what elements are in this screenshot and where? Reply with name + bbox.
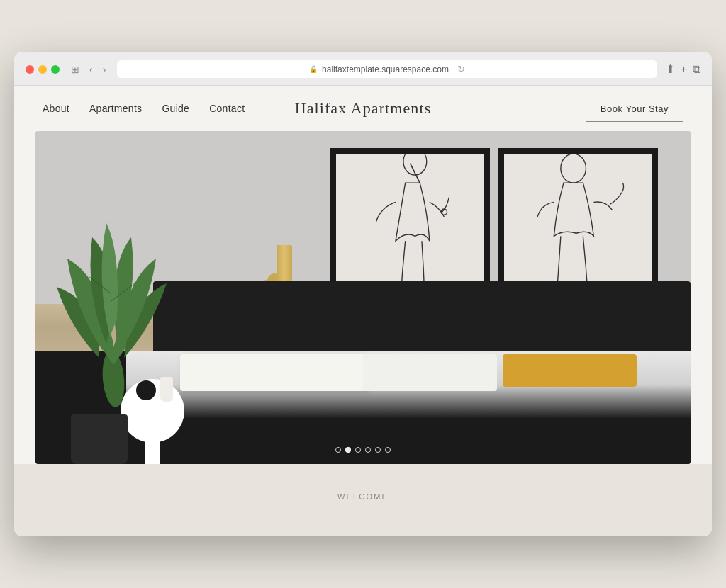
bed-headboard <box>153 281 691 354</box>
nav-about[interactable]: About <box>43 103 69 114</box>
close-button[interactable] <box>26 65 34 74</box>
browser-actions: ⬆ + ⧉ <box>666 62 700 76</box>
reload-icon[interactable]: ↻ <box>457 64 465 74</box>
welcome-label: WELCOME <box>14 492 712 501</box>
plant <box>35 166 191 464</box>
lamp-shade <box>277 245 292 281</box>
carousel-dot-3[interactable] <box>355 447 361 453</box>
new-tab-button[interactable]: + <box>681 63 687 76</box>
plant-svg <box>35 166 191 422</box>
carousel-dot-5[interactable] <box>375 447 381 453</box>
pillow-yellow <box>503 354 637 388</box>
book-your-stay-button[interactable]: Book Your Stay <box>586 96 683 122</box>
pillow-left <box>180 354 368 391</box>
pillow-center <box>363 354 497 391</box>
navigation: About Apartments Guide Contact Halifax A… <box>14 86 712 131</box>
hero-section <box>35 131 691 464</box>
nav-links-left: About Apartments Guide Contact <box>43 103 245 114</box>
tab-overview-button[interactable]: ⧉ <box>693 63 700 76</box>
bed <box>153 281 691 465</box>
share-button[interactable]: ⬆ <box>666 62 675 76</box>
svg-point-3 <box>561 154 586 183</box>
browser-window: ⊞ ‹ › 🔒 halifaxtemplate.squarespace.com … <box>14 52 712 536</box>
nav-apartments[interactable]: Apartments <box>89 103 142 114</box>
traffic-lights <box>26 65 60 74</box>
back-button[interactable]: ‹ <box>86 62 96 77</box>
plant-leaves <box>35 166 191 422</box>
welcome-section: WELCOME <box>14 464 712 536</box>
browser-controls: ⊞ ‹ › <box>68 62 108 77</box>
lock-icon: 🔒 <box>309 65 318 73</box>
hero-image <box>35 131 691 464</box>
carousel-dot-6[interactable] <box>385 447 391 453</box>
plant-pot <box>71 414 128 464</box>
maximize-button[interactable] <box>51 65 60 74</box>
website: About Apartments Guide Contact Halifax A… <box>14 86 712 536</box>
svg-line-0 <box>410 163 420 182</box>
bedroom-scene <box>35 131 691 464</box>
nav-guide[interactable]: Guide <box>162 103 189 114</box>
forward-button[interactable]: › <box>100 62 109 77</box>
nav-contact[interactable]: Contact <box>209 103 245 114</box>
address-bar[interactable]: 🔒 halifaxtemplate.squarespace.com ↻ <box>117 60 657 78</box>
sidebar-toggle[interactable]: ⊞ <box>68 62 82 77</box>
carousel-dot-4[interactable] <box>365 447 371 453</box>
carousel-dots <box>335 447 391 453</box>
minimize-button[interactable] <box>38 65 47 74</box>
url-text: halifaxtemplate.squarespace.com <box>322 64 449 74</box>
brand-name: Halifax Apartments <box>295 99 432 118</box>
nav-right: Book Your Stay <box>586 96 683 122</box>
carousel-dot-1[interactable] <box>335 447 341 453</box>
browser-chrome: ⊞ ‹ › 🔒 halifaxtemplate.squarespace.com … <box>14 52 712 86</box>
carousel-dot-2[interactable] <box>345 447 351 453</box>
